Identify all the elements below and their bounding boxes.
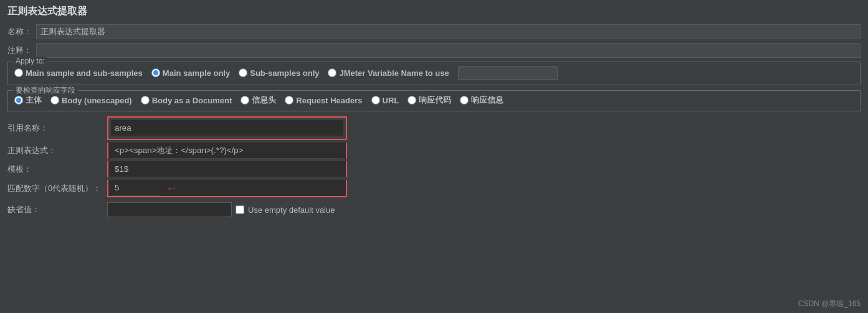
- apply-to-group: Apply to: Main sample and sub-samples Ma…: [7, 62, 861, 85]
- comment-input[interactable]: [36, 43, 861, 58]
- default-value-label: 缺省值：: [7, 204, 107, 215]
- default-value-input[interactable]: [107, 202, 232, 217]
- rf-option-response-code[interactable]: 响应代码: [408, 95, 451, 106]
- apply-option-jmeter-var[interactable]: JMeter Variable Name to use: [328, 68, 449, 78]
- name-label: 名称：: [7, 26, 32, 37]
- template-input[interactable]: [111, 161, 343, 177]
- response-field-legend: 要检查的响应字段: [13, 85, 78, 96]
- apply-option-main-and-sub[interactable]: Main sample and sub-samples: [14, 68, 143, 78]
- rf-radio-body[interactable]: [14, 96, 23, 105]
- use-empty-default-group: Use empty default value: [236, 205, 335, 215]
- red-border-box: [107, 116, 347, 140]
- apply-label-sub-only: Sub-samples only: [250, 68, 319, 78]
- comment-label: 注释：: [7, 45, 32, 56]
- response-field-options: 主体 Body (unescaped) Body as a Document 信…: [14, 95, 854, 106]
- main-container: 正则表达式提取器 名称： 注释： Apply to: Main sample a…: [0, 0, 868, 222]
- default-value-row: 缺省值： Use empty default value: [7, 202, 861, 217]
- apply-radio-jmeter-var[interactable]: [328, 68, 336, 77]
- rf-radio-body-doc[interactable]: [141, 96, 150, 105]
- regex-input[interactable]: [111, 142, 343, 159]
- rf-label-response-code: 响应代码: [419, 95, 451, 106]
- rf-option-url[interactable]: URL: [371, 96, 399, 105]
- match-no-row: 匹配数字（0代表随机）： ←: [7, 180, 861, 197]
- apply-label-main-only: Main sample only: [163, 68, 230, 78]
- apply-label-main-and-sub: Main sample and sub-samples: [26, 68, 143, 78]
- template-row: 模板：: [7, 161, 861, 177]
- rf-label-body-unescaped: Body (unescaped): [62, 96, 132, 105]
- rf-option-body-unescaped[interactable]: Body (unescaped): [50, 96, 132, 105]
- rf-option-body[interactable]: 主体: [14, 95, 42, 106]
- regex-label: 正则表达式：: [7, 145, 107, 156]
- ref-name-label: 引用名称：: [7, 123, 107, 134]
- apply-radio-main-and-sub[interactable]: [14, 68, 23, 77]
- rf-label-url: URL: [383, 96, 399, 105]
- response-field-group: 要检查的响应字段 主体 Body (unescaped) Body as a D…: [7, 90, 861, 111]
- rf-radio-response-msg[interactable]: [460, 96, 469, 105]
- apply-radio-sub-only[interactable]: [239, 68, 247, 77]
- apply-option-sub-only[interactable]: Sub-samples only: [239, 68, 319, 78]
- use-empty-default-label: Use empty default value: [248, 205, 335, 215]
- rf-radio-body-unescaped[interactable]: [50, 96, 59, 105]
- match-no-input[interactable]: [111, 180, 161, 196]
- watermark: CSDN @墨瑶_165: [798, 299, 861, 309]
- ref-name-row: 引用名称：: [7, 116, 861, 140]
- rf-label-body-doc: Body as a Document: [152, 96, 232, 105]
- ref-name-input[interactable]: [111, 120, 343, 136]
- match-no-label: 匹配数字（0代表随机）：: [7, 183, 107, 194]
- rf-option-info-head[interactable]: 信息头: [241, 95, 276, 106]
- rf-option-body-doc[interactable]: Body as a Document: [141, 96, 232, 105]
- name-input[interactable]: [36, 24, 861, 39]
- rf-radio-request-headers[interactable]: [285, 96, 293, 105]
- rf-radio-url[interactable]: [371, 96, 380, 105]
- template-label: 模板：: [7, 164, 107, 175]
- comment-row: 注释：: [7, 43, 861, 58]
- rf-radio-info-head[interactable]: [241, 96, 249, 105]
- apply-to-legend: Apply to:: [13, 57, 47, 65]
- rf-label-info-head: 信息头: [252, 95, 276, 106]
- rf-label-response-msg: 响应信息: [471, 95, 503, 106]
- apply-label-jmeter-var: JMeter Variable Name to use: [339, 68, 449, 78]
- regex-row: 正则表达式：: [7, 142, 861, 159]
- name-row: 名称：: [7, 24, 861, 39]
- rf-option-request-headers[interactable]: Request Headers: [285, 96, 362, 105]
- apply-to-options: Main sample and sub-samples Main sample …: [14, 66, 854, 80]
- arrow-icon: ←: [166, 181, 178, 195]
- page-title: 正则表达式提取器: [7, 5, 861, 18]
- use-empty-default-checkbox[interactable]: [236, 205, 244, 214]
- rf-radio-response-code[interactable]: [408, 96, 416, 105]
- rf-label-body: 主体: [26, 95, 42, 106]
- apply-radio-main-only[interactable]: [151, 68, 160, 77]
- apply-option-main-only[interactable]: Main sample only: [151, 68, 230, 78]
- jmeter-var-input[interactable]: [458, 66, 558, 80]
- data-fields: 引用名称： 正则表达式： 模板： 匹配数字（0代表随机）： ←: [7, 116, 861, 217]
- rf-label-request-headers: Request Headers: [296, 96, 362, 105]
- rf-option-response-msg[interactable]: 响应信息: [460, 95, 503, 106]
